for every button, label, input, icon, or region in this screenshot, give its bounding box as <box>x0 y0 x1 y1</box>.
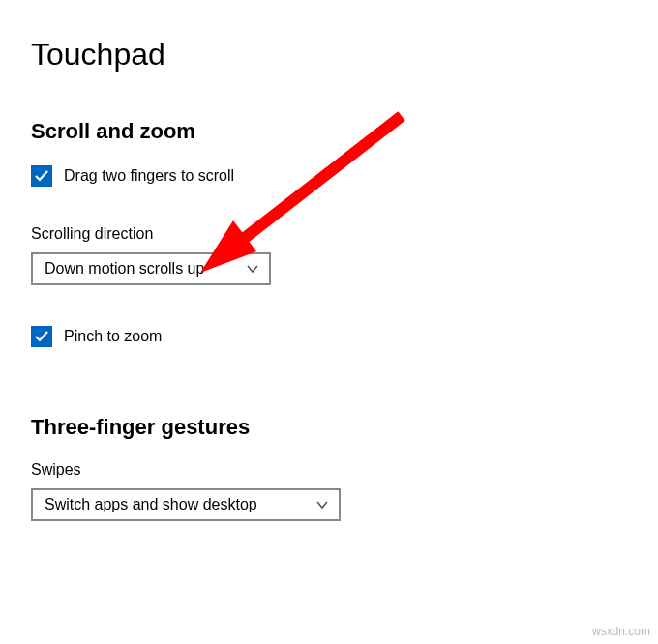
scrolling-direction-dropdown[interactable]: Down motion scrolls up <box>31 252 271 285</box>
pinch-zoom-checkbox-row[interactable]: Pinch to zoom <box>31 326 627 347</box>
swipes-value: Switch apps and show desktop <box>45 496 257 513</box>
drag-two-fingers-label: Drag two fingers to scroll <box>64 167 234 185</box>
watermark: wsxdn.com <box>592 625 650 638</box>
chevron-down-icon <box>315 498 329 512</box>
check-icon <box>34 329 49 344</box>
chevron-down-icon <box>246 262 259 276</box>
check-icon <box>34 168 49 184</box>
drag-two-fingers-checkbox-row[interactable]: Drag two fingers to scroll <box>31 165 627 187</box>
scrolling-direction-label: Scrolling direction <box>31 225 627 243</box>
pinch-zoom-label: Pinch to zoom <box>64 328 162 345</box>
scrolling-direction-value: Down motion scrolls up <box>45 260 204 278</box>
page-title: Touchpad <box>31 37 627 73</box>
pinch-zoom-checkbox[interactable] <box>31 326 52 347</box>
section-three-finger-title: Three-finger gestures <box>31 415 627 440</box>
section-scroll-zoom-title: Scroll and zoom <box>31 119 627 144</box>
swipes-dropdown[interactable]: Switch apps and show desktop <box>31 488 341 521</box>
drag-two-fingers-checkbox[interactable] <box>31 165 52 187</box>
swipes-label: Swipes <box>31 461 627 479</box>
